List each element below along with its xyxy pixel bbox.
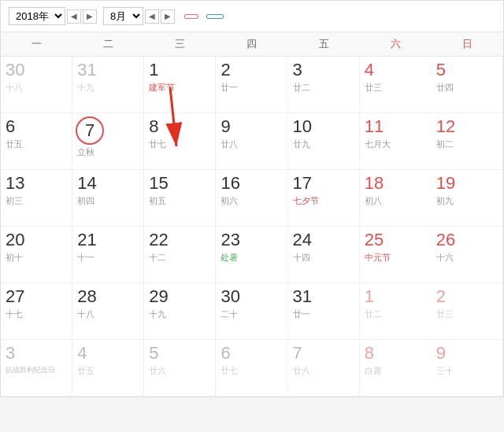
day-number: 7: [293, 343, 354, 364]
year-select[interactable]: 2018年: [9, 7, 65, 25]
day-cell[interactable]: 11七月大: [360, 113, 432, 170]
day-sub-label: 立秋: [77, 146, 139, 158]
weekday-二: 二: [72, 32, 144, 56]
day-cell[interactable]: 4廿五: [72, 340, 144, 397]
day-sub-label: 七夕节: [293, 195, 354, 207]
day-cell[interactable]: 15初五: [144, 170, 216, 227]
day-cell[interactable]: 2廿一: [216, 57, 287, 113]
day-number: 4: [77, 343, 139, 364]
holiday-schedule-btn[interactable]: [184, 14, 198, 19]
day-number: 6: [6, 116, 67, 137]
day-sub-label: 十一: [77, 252, 139, 264]
day-cell[interactable]: 8廿七: [144, 113, 216, 170]
day-sub-label: 十九: [149, 308, 210, 320]
weekday-四: 四: [216, 32, 287, 56]
day-cell[interactable]: 8白露: [360, 340, 432, 397]
day-sub-label: 廿八: [293, 365, 354, 377]
day-cell[interactable]: 12初二: [432, 113, 503, 170]
day-sub-label: 处暑: [220, 252, 282, 264]
day-cell[interactable]: 16初六: [216, 170, 287, 227]
day-number: 30: [6, 60, 67, 80]
day-number: 29: [149, 286, 210, 307]
day-sub-label: 七月大: [365, 138, 427, 150]
days-grid: 30十八31十九1建军节2廿一3廿二4廿三5廿四6廿五7立秋8廿七9廿八10廿九…: [1, 57, 503, 397]
day-cell[interactable]: 30十八: [1, 57, 72, 113]
day-cell[interactable]: 2廿三: [432, 283, 503, 340]
day-cell[interactable]: 24十四: [288, 227, 360, 283]
day-sub-label: 十八: [6, 82, 67, 94]
next-year-btn[interactable]: ▶: [83, 9, 97, 24]
next-month-btn[interactable]: ▶: [161, 9, 175, 24]
day-cell[interactable]: 7立秋: [72, 113, 144, 170]
day-cell[interactable]: 7廿八: [288, 340, 360, 397]
day-cell[interactable]: 3抗战胜利纪念日: [1, 340, 72, 397]
day-number: 12: [436, 116, 498, 137]
day-sub-label: 抗战胜利纪念日: [6, 365, 67, 375]
day-number: 9: [220, 116, 282, 137]
day-sub-label: 廿三: [436, 308, 498, 320]
day-cell[interactable]: 1廿二: [360, 283, 432, 340]
day-sub-label: 初九: [436, 195, 498, 207]
day-sub-label: 廿七: [220, 365, 282, 377]
day-cell[interactable]: 23处暑: [216, 227, 287, 283]
day-sub-label: 初八: [365, 195, 427, 207]
day-cell[interactable]: 22十二: [144, 227, 216, 283]
day-cell[interactable]: 4廿三: [360, 57, 432, 113]
day-sub-label: 廿一: [293, 308, 354, 320]
day-sub-label: 廿五: [6, 138, 67, 150]
day-cell[interactable]: 13初三: [1, 170, 72, 227]
day-cell[interactable]: 5廿六: [144, 340, 216, 397]
day-sub-label: 廿二: [293, 82, 354, 94]
day-cell[interactable]: 29十九: [144, 283, 216, 340]
day-cell[interactable]: 19初九: [432, 170, 503, 227]
day-sub-label: 初六: [220, 195, 282, 207]
day-cell[interactable]: 31十九: [72, 57, 144, 113]
weekday-三: 三: [144, 32, 216, 56]
day-cell[interactable]: 10廿九: [288, 113, 360, 170]
day-sub-label: 廿四: [436, 82, 498, 94]
day-cell[interactable]: 3廿二: [288, 57, 360, 113]
day-cell[interactable]: 9三十: [432, 340, 503, 397]
day-cell[interactable]: 5廿四: [432, 57, 503, 113]
calendar-header: 2018年 ◀ ▶ 8月 ◀ ▶: [1, 1, 503, 32]
day-number: 9: [436, 343, 498, 364]
day-cell[interactable]: 27十七: [1, 283, 72, 340]
day-number: 19: [436, 173, 498, 194]
day-cell[interactable]: 26十六: [432, 227, 503, 283]
calendar-container: 2018年 ◀ ▶ 8月 ◀ ▶ 一二三四五六日: [0, 0, 504, 397]
day-cell[interactable]: 28十八: [72, 283, 144, 340]
day-cell[interactable]: 17七夕节: [288, 170, 360, 227]
day-number: 5: [149, 343, 210, 364]
prev-month-btn[interactable]: ◀: [145, 9, 159, 24]
weekday-五: 五: [288, 32, 360, 56]
day-sub-label: 廿三: [365, 82, 427, 94]
day-cell[interactable]: 21十一: [72, 227, 144, 283]
day-sub-label: 十七: [6, 308, 67, 320]
day-cell[interactable]: 25中元节: [360, 227, 432, 283]
day-cell[interactable]: 18初八: [360, 170, 432, 227]
day-cell[interactable]: 14初四: [72, 170, 144, 227]
month-section: 8月 ◀ ▶: [103, 7, 175, 25]
day-cell[interactable]: 6廿五: [1, 113, 72, 170]
day-sub-label: 廿二: [365, 308, 427, 320]
return-today-btn[interactable]: [206, 14, 224, 19]
day-sub-label: 廿六: [149, 365, 210, 377]
year-section: 2018年 ◀ ▶: [9, 7, 97, 25]
prev-year-btn[interactable]: ◀: [67, 9, 81, 24]
day-sub-label: 初十: [6, 252, 67, 264]
day-cell[interactable]: 1建军节: [144, 57, 216, 113]
today-day-number: 7: [77, 116, 139, 145]
day-sub-label: 二十: [220, 308, 282, 320]
day-number: 5: [436, 60, 498, 80]
day-number: 24: [293, 230, 354, 250]
day-cell[interactable]: 31廿一: [288, 283, 360, 340]
day-cell[interactable]: 30二十: [216, 283, 287, 340]
day-cell[interactable]: 6廿七: [216, 340, 287, 397]
day-number: 16: [220, 173, 282, 194]
day-cell[interactable]: 20初十: [1, 227, 72, 283]
day-sub-label: 廿九: [293, 138, 354, 150]
day-number: 8: [365, 343, 427, 364]
day-cell[interactable]: 9廿八: [216, 113, 287, 170]
day-number: 20: [6, 230, 67, 250]
month-select[interactable]: 8月: [103, 7, 143, 25]
